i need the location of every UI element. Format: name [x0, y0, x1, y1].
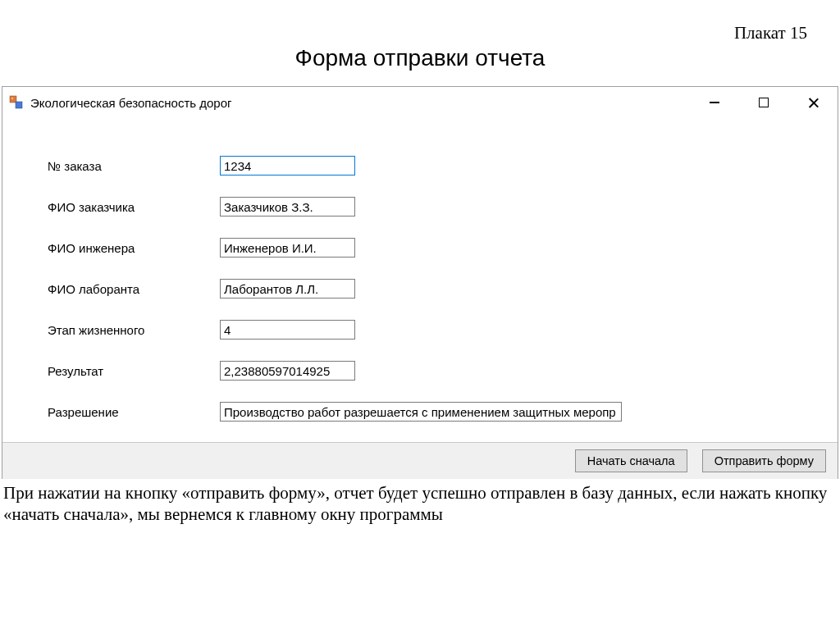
- row-lifecycle-stage: Этап жизненного: [48, 319, 838, 340]
- application-window: Экологическая безопасность дорог № заказ…: [2, 86, 838, 479]
- description-text: При нажатии на кнопку «отправить форму»,…: [0, 479, 840, 526]
- restart-button[interactable]: Начать сначала: [575, 449, 687, 472]
- label-order-no: № заказа: [48, 159, 220, 173]
- maximize-button[interactable]: [739, 87, 788, 118]
- row-result: Результат: [48, 360, 838, 381]
- page-title: Форма отправки отчета: [0, 45, 840, 71]
- maximize-icon: [759, 98, 769, 107]
- submit-button[interactable]: Отправить форму: [702, 449, 826, 472]
- row-engineer-name: ФИО инженера: [48, 237, 838, 258]
- row-resolution: Разрешение: [48, 401, 838, 422]
- input-lifecycle-stage[interactable]: [220, 320, 355, 340]
- label-lifecycle-stage: Этап жизненного: [48, 323, 220, 337]
- input-labassistant-name[interactable]: [220, 279, 355, 299]
- close-icon: [807, 97, 819, 109]
- form-area: № заказа ФИО заказчика ФИО инженера ФИО …: [2, 118, 838, 422]
- row-order-no: № заказа: [48, 155, 838, 176]
- minimize-button[interactable]: [690, 87, 739, 118]
- label-result: Результат: [48, 364, 220, 378]
- label-resolution: Разрешение: [48, 405, 220, 419]
- svg-rect-2: [11, 98, 13, 99]
- window-title: Экологическая безопасность дорог: [30, 96, 690, 110]
- input-result[interactable]: [220, 361, 355, 381]
- label-customer-name: ФИО заказчика: [48, 200, 220, 214]
- poster-label: Плакат 15: [734, 23, 807, 43]
- app-icon: [9, 95, 24, 110]
- close-button[interactable]: [788, 87, 838, 118]
- button-bar: Начать сначала Отправить форму: [2, 442, 838, 479]
- svg-rect-1: [16, 102, 22, 108]
- input-engineer-name[interactable]: [220, 238, 355, 258]
- input-order-no[interactable]: [220, 156, 355, 175]
- titlebar: Экологическая безопасность дорог: [2, 87, 838, 118]
- label-engineer-name: ФИО инженера: [48, 241, 220, 255]
- input-resolution[interactable]: [220, 402, 622, 422]
- minimize-icon: [710, 102, 719, 103]
- label-labassistant-name: ФИО лаборанта: [48, 282, 220, 296]
- row-customer-name: ФИО заказчика: [48, 196, 838, 217]
- row-labassistant-name: ФИО лаборанта: [48, 278, 838, 299]
- window-controls: [690, 87, 838, 118]
- input-customer-name[interactable]: [220, 197, 355, 217]
